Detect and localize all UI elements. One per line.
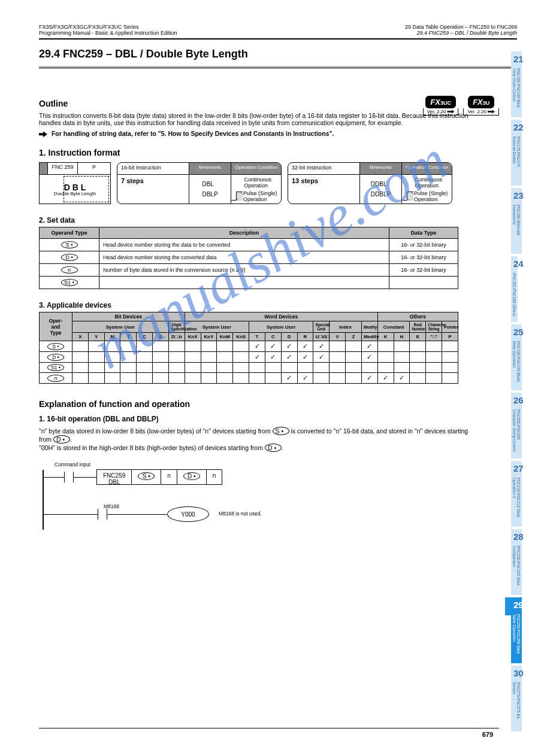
chapter-tab-26[interactable]: 26FNC200-FNC209 Character String Control [511,393,522,459]
chapter-tab-23[interactable]: 23FNC180 Alternate Instructions [511,188,522,254]
ops-16bit: 16-bit Instruction Mnemonic Operation Co… [117,162,282,204]
header-right-2: 29.4 FNC259 – DBL / Double Byte Length [405,30,517,36]
section-heading: 29.4 FNC259 – DBL / Double Byte Length [39,48,517,69]
chapter-tab-21[interactable]: 21FNC160-FNC169 Real Time Clock Control [511,51,522,117]
format-heading: 1. Instruction format [39,148,517,157]
arrow-icon [447,110,454,114]
coil-icon: Y000 [167,506,209,522]
operands-table: Operand Type Description Data Type S •He… [39,227,458,289]
applicable-heading: 3. Applicable devices [39,301,517,309]
contact-icon [98,509,107,520]
page-number: 679 [482,731,493,738]
badge-fx3uc: FXFX3UC3UC Ver. 2.20 [423,96,459,116]
ref-arrow-icon [39,131,47,137]
pulse-icon [402,192,410,201]
chapter-tab-24[interactable]: 24FNC181-FNC189 Others [511,256,518,322]
chapter-tab-27[interactable]: 27FNC210-FNC219 Data Operation 3 [511,461,522,527]
pulse-icon [231,192,240,201]
chapter-tab-25[interactable]: 25FNC190-FNC199 Block Data Operation [511,324,522,390]
chapter-tab-30[interactable]: 30FNC270-FNC276 Ex-Device [511,666,522,731]
compat-badges: FXFX3UC3UC Ver. 2.20 FX3U Ver. 2.20 [423,96,499,116]
sub16-text: "n" byte data stored in low-order 8 bits… [39,427,470,452]
chapter-tab-22[interactable]: 22FNC170-FNC179 External Device [511,120,522,186]
setdata-heading: 2. Set data [39,216,517,224]
mnemonic-caption: Double Byte Length [54,191,96,196]
ops-32bit: 32-bit Instruction Mnemonic Operation Co… [288,162,452,204]
outline-text: This instruction converts 8-bit data (by… [39,112,470,126]
contact-icon [64,472,74,482]
arrow-icon [488,110,495,114]
reference-line: For handling of string data, refer to "5… [39,130,517,137]
header-right-1: 29 Data Table Operation – FNC250 to FNC2… [405,24,517,30]
sub16-heading: 1. 16-bit operation (DBL and DBLP) [39,415,517,423]
instruction-id-box: FNC 259 P D B L Double Byte Length [39,162,111,204]
chapter-tab-29[interactable]: 29FNC250-FNC269 Data Table Operation [511,597,522,663]
applicable-table: Oper-andType Bit Devices Word Devices Ot… [39,312,458,384]
header-left-2: Programming Manual - Basic & Applied Ins… [39,30,177,36]
page-header: FX3S/FX3G/FX3GC/FX3U/FX3UC Series Progra… [39,24,517,36]
ladder-diagram: Command input FNC259DBL S • n D • n M816… [39,470,517,536]
chapter-tab-28[interactable]: 28FNC220-FNC249 Data Comparison [511,529,522,595]
chapter-tabs: 21FNC160-FNC169 Real Time Clock Control2… [511,51,535,734]
explanation-heading: Explanation of function and operation [39,399,517,409]
badge-fx3u: FX3U Ver. 2.20 [463,96,499,116]
header-left-1: FX3S/FX3G/FX3GC/FX3U/FX3UC Series [39,24,177,30]
